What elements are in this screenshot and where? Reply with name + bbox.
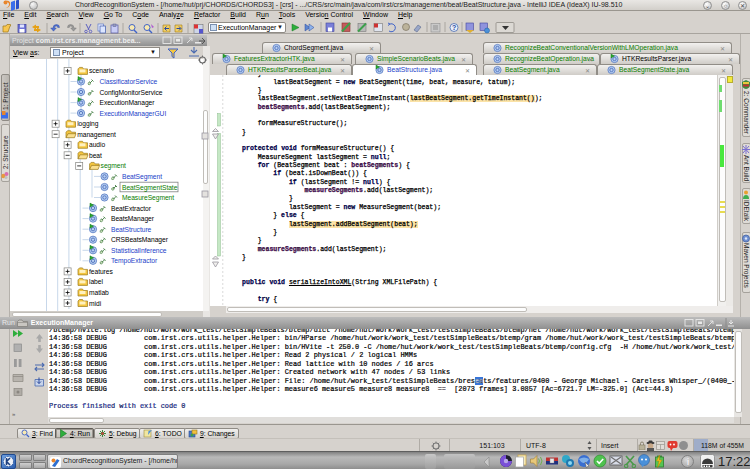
svg-text:beat: beat [89,152,102,159]
svg-text:ClassificatorService: ClassificatorService [100,78,158,85]
svg-text:segment: segment [101,162,126,170]
svg-text:audio: audio [89,141,105,148]
svg-text:TempoExtractor: TempoExtractor [111,257,158,265]
svg-text:CRSBeatsManager: CRSBeatsManager [111,236,169,244]
svg-text:BeatSegment: BeatSegment [122,173,162,181]
svg-text:features: features [89,268,113,275]
svg-text:logging: logging [77,120,99,128]
svg-text:label: label [89,278,103,285]
svg-text:midi: midi [89,300,102,307]
svg-text:management: management [77,131,116,139]
svg-text:MeasureSegment: MeasureSegment [122,194,174,202]
svg-text:ExecutionManagerGUI: ExecutionManagerGUI [100,110,167,118]
svg-text:matlab: matlab [89,289,109,296]
svg-text:BeatsManager: BeatsManager [111,215,155,223]
svg-text:StatisticalInference: StatisticalInference [111,247,167,254]
svg-text:scenario: scenario [89,67,114,74]
svg-text:BeatExtractor: BeatExtractor [111,205,152,212]
svg-text:ConfigMonitorService: ConfigMonitorService [100,89,163,97]
svg-text:BeatSegmentState: BeatSegmentState [122,184,178,192]
svg-text:BeatStructure: BeatStructure [111,226,152,233]
svg-text:?: ? [452,24,456,31]
svg-text:ExecutionManager: ExecutionManager [100,99,156,107]
